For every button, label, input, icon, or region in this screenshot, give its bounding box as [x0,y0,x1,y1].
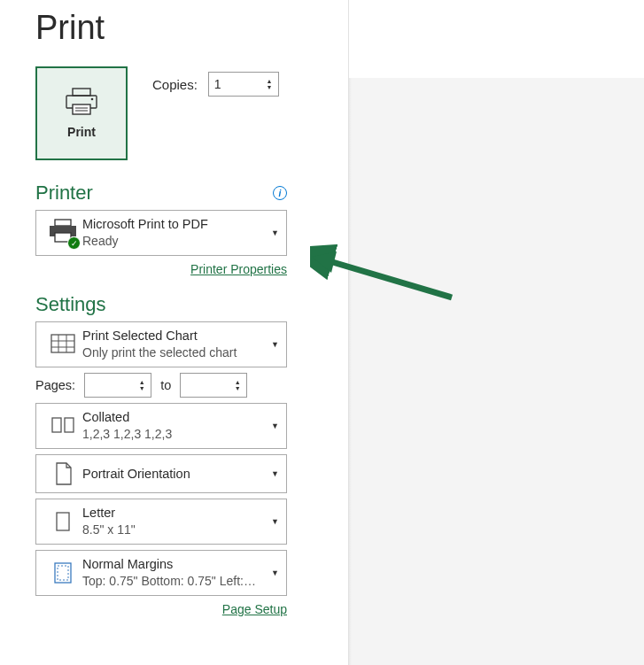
up-icon[interactable]: ▲ [136,379,148,385]
pages-from-input[interactable] [85,378,134,392]
print-scope-select[interactable]: Print Selected Chart Only print the sele… [35,321,287,367]
svg-rect-0 [73,89,90,96]
margins-icon [43,560,82,586]
chevron-down-icon: ▼ [271,568,279,577]
printer-name: Microsoft Print to PDF [82,215,271,233]
copies-spinner[interactable]: ▲ ▼ [208,72,279,97]
svg-rect-17 [58,566,68,580]
checkmark-icon: ✓ [67,236,81,250]
page-icon [43,508,82,535]
orientation-select[interactable]: Portrait Orientation ▼ [35,454,287,493]
printer-properties-link[interactable]: Printer Properties [190,262,287,276]
page-title: Print [35,9,348,47]
down-icon[interactable]: ▼ [136,385,148,391]
svg-rect-15 [57,513,69,530]
pages-to-label: to [160,378,171,392]
chevron-down-icon: ▼ [271,340,279,349]
chevron-down-icon: ▼ [271,421,279,430]
chart-icon [43,331,82,358]
copies-down-icon[interactable]: ▼ [263,84,275,90]
copies-up-icon[interactable]: ▲ [263,78,275,84]
print-button[interactable]: Print [35,66,128,160]
collated-icon [43,413,82,439]
collation-secondary: 1,2,3 1,2,3 1,2,3 [82,426,271,444]
margins-select[interactable]: Normal Margins Top: 0.75" Bottom: 0.75" … [35,550,287,596]
paper-secondary: 8.5" x 11" [82,522,271,539]
svg-rect-8 [51,335,74,352]
chevron-down-icon: ▼ [271,228,279,237]
pages-from-spinner[interactable]: ▲▼ [84,373,151,398]
copies-label: Copies: [152,77,198,92]
svg-point-5 [91,98,94,101]
info-icon[interactable]: i [273,186,287,200]
pages-label: Pages: [35,378,75,392]
portrait-icon [43,460,82,487]
print-preview-area [349,78,644,665]
scope-primary: Print Selected Chart [82,327,271,344]
printer-section-heading: Printer [35,182,93,205]
margins-secondary: Top: 0.75" Bottom: 0.75" Left:… [82,573,271,591]
down-icon[interactable]: ▼ [231,385,244,391]
up-icon[interactable]: ▲ [231,379,244,385]
page-setup-link[interactable]: Page Setup [222,602,287,616]
copies-input[interactable] [209,77,258,91]
collation-primary: Collated [82,408,271,426]
margins-primary: Normal Margins [82,555,271,573]
pages-to-spinner[interactable]: ▲▼ [180,373,247,398]
paper-primary: Letter [82,504,271,522]
collation-select[interactable]: Collated 1,2,3 1,2,3 1,2,3 ▼ [35,403,287,449]
svg-rect-14 [65,418,74,432]
orientation-primary: Portrait Orientation [82,465,271,483]
print-button-label: Print [67,125,96,139]
printer-select[interactable]: ✓ Microsoft Print to PDF Ready ▼ [35,210,287,256]
settings-section-heading: Settings [35,293,106,316]
printer-status: Ready [82,233,271,251]
printer-icon [64,88,99,116]
svg-rect-2 [73,104,90,114]
svg-rect-6 [55,220,71,226]
pages-to-input[interactable] [181,378,229,392]
chevron-down-icon: ▼ [271,517,279,526]
chevron-down-icon: ▼ [271,469,279,478]
paper-select[interactable]: Letter 8.5" x 11" ▼ [35,499,287,545]
printer-status-icon: ✓ [48,219,78,247]
svg-rect-13 [52,418,61,432]
scope-secondary: Only print the selected chart [82,344,271,362]
